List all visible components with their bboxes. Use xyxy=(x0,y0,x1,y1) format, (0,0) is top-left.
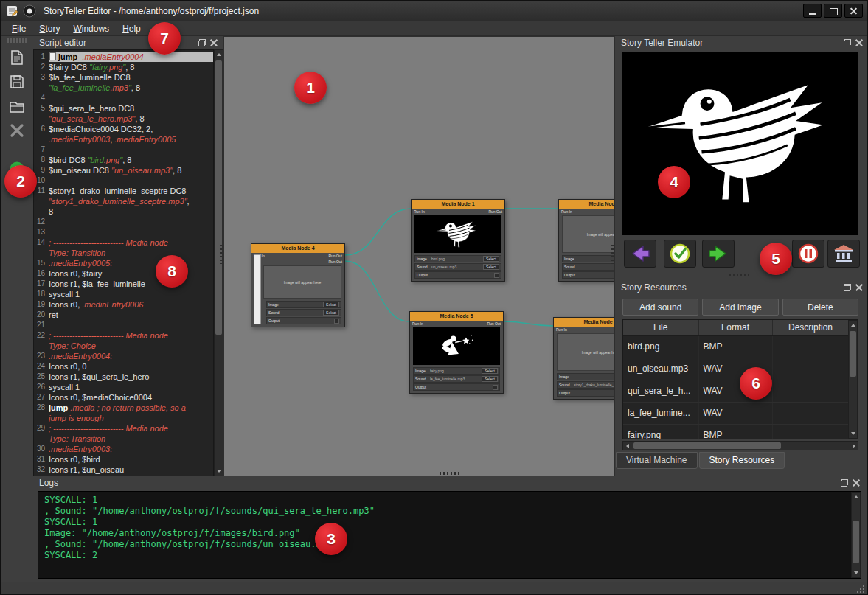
run-button[interactable] xyxy=(7,159,27,178)
port-run-in[interactable]: Run In xyxy=(414,209,425,215)
code-line[interactable]: 13 xyxy=(34,227,213,237)
code-line[interactable]: 12 xyxy=(34,217,213,227)
resource-row[interactable]: bird.pngBMP xyxy=(623,335,849,358)
code-line[interactable]: 9$un_oiseau DC8 "un_oiseau.mp3", 8 xyxy=(34,165,213,175)
add-image-button[interactable]: Add image xyxy=(702,299,778,316)
code-line[interactable]: 28jump .media ; no return possible, so a xyxy=(34,403,213,413)
code-line[interactable]: 8 xyxy=(34,206,213,217)
scroll-right-icon[interactable] xyxy=(853,444,855,448)
code-line[interactable]: 29; -------------------------- Media nod… xyxy=(34,423,213,434)
logs-scrollbar[interactable] xyxy=(851,492,861,578)
code-line[interactable]: 25Icons r1, $qui_sera_le_hero xyxy=(34,372,213,382)
port-run-out[interactable]: Run Out xyxy=(487,321,501,327)
code-line[interactable]: 20ret xyxy=(34,310,213,320)
code-line[interactable]: 7 xyxy=(34,145,213,155)
code-line[interactable]: 24Icons r0, 0 xyxy=(34,361,213,372)
port-run-out[interactable]: Run Out xyxy=(328,259,342,265)
splitter-editor-canvas[interactable] xyxy=(220,245,223,264)
code-line[interactable]: 11$story1_drako_luminelle_sceptre DC8 xyxy=(34,186,213,196)
graph-node[interactable]: Media Node 3Run InRun OutImage will appe… xyxy=(553,317,615,400)
float-panel-icon[interactable] xyxy=(844,284,851,291)
code-line[interactable]: 2$fairy DC8 "fairy.png", 8 xyxy=(34,62,213,72)
toolbar-grip[interactable] xyxy=(7,38,27,43)
node-title[interactable]: Media Node 4 xyxy=(251,244,344,253)
menu-help[interactable]: Help xyxy=(116,23,147,35)
resource-row[interactable]: qui_sera_le_h...WAV xyxy=(623,380,849,402)
system-menu-icon[interactable] xyxy=(5,4,18,18)
save-button[interactable] xyxy=(7,72,27,91)
code-line[interactable]: 30.mediaEntry0003: xyxy=(34,444,213,454)
code-editor[interactable]: 1jump .mediaEntry00042$fairy DC8 "fairy.… xyxy=(33,49,214,476)
code-line[interactable]: "story1_drako_luminelle_sceptre.mp3", xyxy=(34,196,213,206)
close-button[interactable] xyxy=(844,4,863,18)
code-line[interactable]: 10 xyxy=(34,175,213,186)
resource-row[interactable]: un_oiseau.mp3WAV xyxy=(623,358,849,380)
new-script-button[interactable] xyxy=(7,48,27,67)
tab-virtual-machine[interactable]: Virtual Machine xyxy=(616,452,698,469)
code-line[interactable]: 27Icons r0, $mediaChoice0004 xyxy=(34,392,213,403)
scroll-up-icon[interactable] xyxy=(217,53,221,56)
splitter-canvas-dock[interactable] xyxy=(611,245,614,264)
output-port[interactable] xyxy=(494,273,499,278)
select-button[interactable]: Select xyxy=(483,264,499,270)
float-panel-icon[interactable] xyxy=(841,479,848,487)
select-button[interactable]: Select xyxy=(323,302,339,307)
output-port[interactable] xyxy=(493,385,498,390)
close-panel-icon[interactable] xyxy=(855,284,863,291)
output-port[interactable] xyxy=(334,319,339,324)
float-panel-icon[interactable] xyxy=(844,39,851,46)
node-title[interactable]: Media Node 3 xyxy=(554,318,615,327)
scroll-up-icon[interactable] xyxy=(851,324,855,327)
code-line[interactable]: 16Icons r0, $fairy xyxy=(34,268,213,279)
code-line[interactable]: 5$qui_sera_le_hero DC8 xyxy=(34,103,213,114)
splitter-logs[interactable] xyxy=(440,472,462,475)
port-run-in[interactable]: Run In xyxy=(561,209,572,215)
menu-windows[interactable]: Windows xyxy=(66,23,116,35)
code-line[interactable]: 19Icons r0, .mediaEntry0006 xyxy=(34,299,213,310)
node-title[interactable]: Media Node 5 xyxy=(410,312,503,321)
code-line[interactable]: 14; -------------------------- Media nod… xyxy=(34,237,213,248)
close-panel-icon[interactable] xyxy=(210,39,218,46)
select-button[interactable]: Select xyxy=(483,256,499,262)
titlebar[interactable]: StoryTeller Editor - /home/anthony/ostpr… xyxy=(1,1,867,21)
code-line[interactable]: "la_fee_luminelle.mp3", 8 xyxy=(34,83,213,93)
code-line[interactable]: 21 xyxy=(34,320,213,330)
home-button[interactable] xyxy=(827,240,860,268)
table-vertical-scrollbar[interactable] xyxy=(848,320,858,439)
graph-node[interactable]: Media Node 5Run InRun OutImagefairy.pngS… xyxy=(409,311,504,394)
node-title[interactable]: Media Node 1 xyxy=(412,200,504,209)
graph-node[interactable]: Media Node 4Run InRun OutRun OutImage wi… xyxy=(251,243,345,327)
port-run-in[interactable]: Run In xyxy=(412,321,423,327)
menu-story[interactable]: Story xyxy=(32,23,66,35)
scroll-left-icon[interactable] xyxy=(626,444,629,448)
code-line[interactable]: 8$bird DC8 "bird.png", 8 xyxy=(34,155,213,165)
port-run-out[interactable]: Run Out xyxy=(328,253,342,259)
code-line[interactable]: Type: Transition xyxy=(34,248,213,258)
tab-story-resources[interactable]: Story Resources xyxy=(699,452,785,469)
open-button[interactable] xyxy=(7,97,27,116)
select-button[interactable]: Select xyxy=(482,368,498,374)
maximize-button[interactable] xyxy=(824,4,842,18)
code-line[interactable]: 31Icons r0, $bird xyxy=(34,454,213,464)
code-line[interactable]: .mediaEntry0003, .mediaEntry0005 xyxy=(34,134,213,145)
table-horizontal-scrollbar[interactable] xyxy=(622,441,858,450)
code-line[interactable]: 6$mediaChoice0004 DC32, 2, xyxy=(34,124,213,134)
port-run-in[interactable]: Run In xyxy=(556,327,567,333)
menu-file[interactable]: File xyxy=(5,23,32,35)
code-line[interactable]: 15.mediaEntry0005: xyxy=(34,258,213,268)
code-line[interactable]: "qui_sera_le_hero.mp3", 8 xyxy=(34,114,213,124)
scroll-down-icon[interactable] xyxy=(854,571,858,574)
splitter-emulator-resources[interactable] xyxy=(729,274,751,276)
scroll-down-icon[interactable] xyxy=(851,432,855,435)
next-button[interactable] xyxy=(702,240,735,268)
close-panel-icon[interactable] xyxy=(855,39,863,46)
close-panel-icon[interactable] xyxy=(853,479,860,487)
code-line[interactable]: 26syscall 1 xyxy=(34,382,213,392)
code-line[interactable]: 4 xyxy=(34,93,213,103)
code-line[interactable]: 23.mediaEntry0004: xyxy=(34,351,213,361)
node-title[interactable]: Media Node 6 xyxy=(559,200,615,209)
code-line[interactable]: Type: Transition xyxy=(34,434,213,444)
code-line[interactable]: 32Icons r1, $un_oiseau xyxy=(34,464,213,475)
code-line[interactable]: 1jump .mediaEntry0004 xyxy=(34,52,213,62)
previous-button[interactable] xyxy=(624,240,656,268)
